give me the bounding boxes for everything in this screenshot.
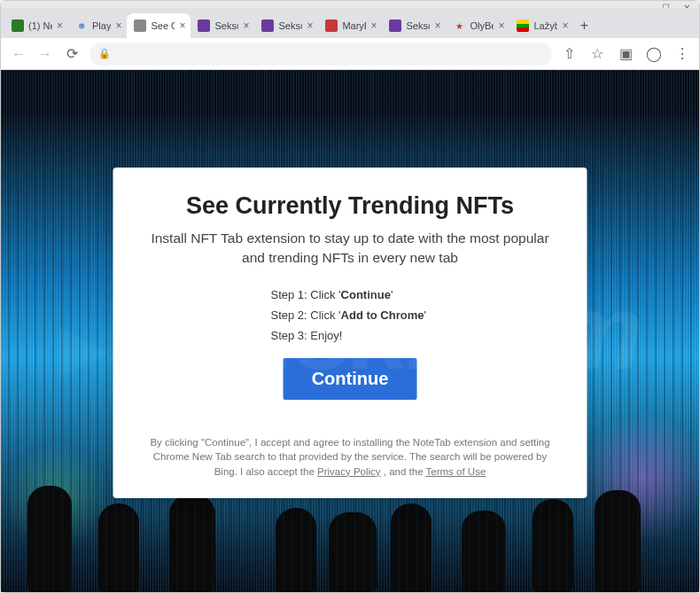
browser-tab[interactable]: See C× <box>127 13 191 38</box>
promo-modal: See Currently Trending NFTs Install NFT … <box>113 168 587 498</box>
tab-close-icon[interactable]: × <box>370 20 377 32</box>
url-input[interactable] <box>116 47 543 60</box>
favicon-icon: ❅ <box>75 20 88 32</box>
profile-icon[interactable]: ◯ <box>646 46 662 62</box>
favicon-icon <box>261 20 274 32</box>
tab-close-icon[interactable]: × <box>179 20 185 32</box>
browser-window: — ☐ ✕ (1) Ne×❅Play×See C×Sekso×Sekso×Mar… <box>0 0 700 593</box>
new-tab-button[interactable]: + <box>573 15 595 36</box>
step-3: Step 3: Enjoy! <box>271 329 552 342</box>
terms-of-use-link[interactable]: Terms of Use <box>426 466 486 477</box>
continue-button[interactable]: Continue <box>284 358 417 400</box>
tab-strip: (1) Ne×❅Play×See C×Sekso×Sekso×MaryE×Sek… <box>1 8 699 38</box>
page-viewport: pcrisk.com See Currently Trending NFTs I… <box>1 70 699 592</box>
tab-close-icon[interactable]: × <box>498 20 504 32</box>
nav-back-button[interactable]: ← <box>10 45 27 63</box>
tab-title: Sekso <box>214 20 238 31</box>
favicon-icon: ★ <box>453 20 465 32</box>
browser-tab[interactable]: ❅Play× <box>68 13 127 38</box>
toolbar-icons: ⇧ ☆ ▣ ◯ ⋮ <box>561 46 690 62</box>
page-subtitle: Install NFT Tab extension to stay up to … <box>149 229 552 267</box>
step-1: Step 1: Click 'Continue' <box>271 288 552 301</box>
favicon-icon <box>134 20 146 32</box>
favicon-icon <box>389 20 401 32</box>
favicon-icon <box>198 20 210 32</box>
steps-list: Step 1: Click 'Continue' Step 2: Click '… <box>271 288 552 342</box>
nav-reload-button[interactable]: ⟳ <box>63 45 81 63</box>
browser-tab[interactable]: (1) Ne× <box>4 13 68 38</box>
browser-tab[interactable]: Sekso× <box>191 13 254 38</box>
lock-icon: 🔒 <box>98 48 111 59</box>
tab-close-icon[interactable]: × <box>434 20 440 32</box>
tab-close-icon[interactable]: × <box>307 20 313 32</box>
legal-text: By clicking "Continue", I accept and agr… <box>149 435 552 478</box>
favicon-icon <box>325 20 338 32</box>
favicon-icon <box>12 20 24 32</box>
favicon-icon <box>517 20 529 32</box>
tab-title: (1) Ne <box>28 20 52 31</box>
tab-title: Sekso <box>406 20 430 31</box>
browser-tab[interactable]: ★OlyBe× <box>446 13 509 38</box>
page-title: See Currently Trending NFTs <box>149 192 552 220</box>
bookmark-icon[interactable]: ☆ <box>589 46 605 62</box>
tab-close-icon[interactable]: × <box>243 20 249 32</box>
tab-title: Sekso <box>278 20 302 31</box>
tab-close-icon[interactable]: × <box>562 20 568 32</box>
tab-close-icon[interactable]: × <box>57 20 63 32</box>
browser-tab[interactable]: Sekso× <box>382 13 446 38</box>
privacy-policy-link[interactable]: Privacy Policy <box>317 466 381 477</box>
tab-title: OlyBe <box>470 20 494 31</box>
step-2: Step 2: Click 'Add to Chrome' <box>271 308 552 322</box>
tab-title: Play <box>92 20 111 31</box>
menu-icon[interactable]: ⋮ <box>674 46 690 62</box>
tab-title: Lažyb <box>533 20 557 31</box>
nav-forward-button[interactable]: → <box>36 45 54 63</box>
window-controls: — ☐ ✕ <box>1 1 699 8</box>
address-bar[interactable]: 🔒 <box>89 43 552 66</box>
address-bar-row: ← → ⟳ 🔒 ⇧ ☆ ▣ ◯ ⋮ <box>1 38 699 70</box>
tab-title: MaryE <box>342 20 366 31</box>
tab-close-icon[interactable]: × <box>115 20 121 32</box>
browser-tab[interactable]: MaryE× <box>318 13 382 38</box>
browser-tab[interactable]: Sekso× <box>254 13 318 38</box>
extensions-icon[interactable]: ▣ <box>618 46 634 62</box>
tab-title: See C <box>151 20 175 31</box>
browser-tab[interactable]: Lažyb× <box>509 13 573 38</box>
share-icon[interactable]: ⇧ <box>561 46 577 62</box>
